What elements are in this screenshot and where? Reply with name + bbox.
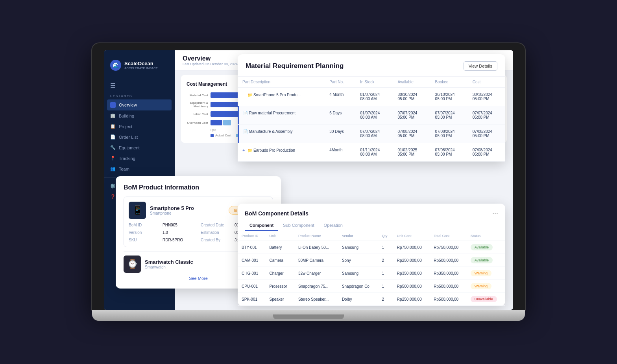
mrp-table-header-row: Part Description Part No. In Stock Avail… (238, 77, 505, 88)
mrp-instock-1: 01/07/202408:00 AM (355, 88, 393, 106)
mrp-desc-4: + 📁 Earbuds Pro Production (238, 143, 325, 162)
table-row: CHG-001 Charger 32w Charger Samsung 1 Rp… (238, 267, 505, 280)
overview-icon (110, 102, 116, 108)
status-badge-comp-1: Available (471, 257, 493, 263)
team-icon: 👥 (110, 166, 116, 171)
mrp-title: Material Requirement Planning (246, 62, 344, 70)
bom-comp-header: BoM Component Details ··· (238, 204, 505, 217)
comp-table-header-row: Product ID Unit Product Name Vendor Qty … (238, 231, 505, 241)
sidebar-item-project[interactable]: 📋 Project (104, 121, 175, 132)
sidebar-item-order-list[interactable]: 📄 Order List (104, 132, 175, 142)
comp-total-cost-1: Rp500,000,00 (430, 254, 466, 267)
view-details-button[interactable]: View Details (464, 61, 497, 71)
comp-vendor-2: Samsung (338, 267, 378, 280)
mrp-table: Part Description Part No. In Stock Avail… (238, 77, 505, 162)
blue-bar-2 (238, 106, 239, 124)
bar-label-equipment: Equipment & Machinery (187, 101, 208, 108)
doc-icon-3: 📄 (243, 129, 248, 134)
mrp-cost-4: 07/08/202405:00 PM (468, 143, 505, 162)
help-icon: ❓ (110, 194, 116, 199)
estimation-label: Estimation (201, 230, 232, 235)
comp-product-name-0: Li-On Batery 50... (294, 241, 338, 254)
comp-col-unit: Unit (266, 231, 294, 241)
cost-card-title: Cost Management (187, 81, 227, 87)
logo-sub: ACCELERATE IMPACT (124, 66, 158, 70)
product-thumb-smartwatch: ⌚ (124, 256, 141, 273)
overview-label: Overview (119, 103, 137, 107)
setting-icon: ⚙️ (110, 184, 116, 189)
mrp-partno-2: 6 Days (325, 106, 355, 125)
comp-col-qty: Qty (378, 231, 393, 241)
mrp-desc-3: 📄 Manufacture & Assembly (238, 125, 325, 143)
bom-component-panel: BoM Component Details ··· Component Sub … (238, 204, 505, 306)
comp-qty-4: 2 (378, 293, 393, 306)
bom-id-label: BoM ID (129, 223, 160, 227)
mrp-booked-3: 07/08/202405:00 PM (430, 125, 468, 143)
comp-vendor-4: Dolby (338, 293, 378, 306)
comp-unit-cost-3: Rp500,000,00 (393, 280, 430, 293)
comp-col-product-name: Product Name (294, 231, 338, 241)
table-row: 📄 Manufacture & Assembly 30 Days 07/07/2… (238, 125, 505, 143)
created-by-label: Created By (201, 238, 232, 242)
comp-status-4: Unavailable (467, 293, 505, 306)
table-row: + 📁 Earbuds Pro Production 4Month 01/11/… (238, 143, 505, 162)
mrp-cost-3: 07/08/202405:00 PM (468, 125, 505, 143)
comp-product-name-4: Stereo Speaker... (294, 293, 338, 306)
status-badge-comp-4: Unavailable (471, 296, 497, 302)
blue-bar-3 (238, 125, 239, 143)
mrp-booked-4: 07/08/202405:00 PM (430, 143, 468, 162)
tab-component[interactable]: Component (245, 221, 278, 231)
mrp-available-3: 07/08/202405:00 PM (393, 125, 430, 143)
sidebar-item-tracking[interactable]: 📍 Tracking (104, 153, 175, 164)
comp-unit-1: Camera (266, 254, 294, 267)
comp-status-0: Available (467, 241, 505, 254)
tab-sub-component[interactable]: Sub Component (278, 221, 319, 231)
mrp-col-cost: Cost (468, 77, 505, 88)
mrp-header: Material Requirement Planning View Detai… (238, 54, 505, 77)
comp-col-vendor: Vendor (338, 231, 378, 241)
created-date-label: Created Date (201, 223, 232, 227)
equipment-icon: 🔧 (110, 145, 116, 150)
more-options-icon[interactable]: ··· (492, 209, 498, 217)
product-name-smartwatch: Smartwatch Classic (145, 259, 193, 265)
mrp-partno-1: 4 Month (325, 88, 355, 106)
sidebar-item-team[interactable]: 👥 Team (104, 164, 175, 174)
comp-product-name-3: Snapdragon 75... (294, 280, 338, 293)
sidebar-item-equipment[interactable]: 🔧 Equipment (104, 142, 175, 153)
sku-row: SKU RDR-5PRO (129, 238, 196, 242)
comp-vendor-3: Snapdragon Co (338, 280, 378, 293)
bar-container-overhead (211, 120, 231, 125)
project-label: Project (119, 124, 132, 129)
expand-icon-4[interactable]: + (242, 148, 245, 153)
comp-unit-0: Battery (266, 241, 294, 254)
table-row: CAM-001 Camera 50MP Camera Sony 2 Rp250,… (238, 254, 505, 267)
comp-qty-1: 2 (378, 254, 393, 267)
tab-operation[interactable]: Operation (319, 221, 347, 231)
bar-actual-overhead (211, 120, 222, 125)
bar-label-overhead: Overhead Cost (187, 121, 208, 125)
comp-total-cost-0: Rp750,000,00 (430, 241, 466, 254)
tracking-label: Tracking (119, 156, 135, 161)
bom-comp-title: BoM Component Details (245, 210, 308, 217)
building-label: Building (119, 114, 134, 118)
comp-col-product-id: Product ID (238, 231, 266, 241)
folder-icon-1: 📁 (248, 93, 252, 97)
comp-unit-cost-1: Rp250,000,00 (393, 254, 430, 267)
comp-unit-cost-4: Rp250,000,00 (393, 293, 430, 306)
sidebar-item-overview[interactable]: Overview (107, 99, 172, 110)
bar-label-labor: Labor Cost (187, 112, 208, 116)
table-row: CPU-001 Prosessor Snapdragon 75... Snapd… (238, 280, 505, 293)
comp-unit-cost-2: Rp350,000,00 (393, 267, 430, 280)
mrp-booked-2: 07/07/202405:00 PM (430, 106, 468, 125)
expand-icon-1[interactable]: − (242, 92, 245, 97)
menu-icon[interactable]: ☰ (104, 79, 175, 92)
comp-status-2: Warning (467, 267, 505, 280)
version-row: Version 1.0 (129, 230, 196, 235)
sidebar-item-building[interactable]: 🏢 Building (104, 110, 175, 121)
mrp-panel: Material Requirement Planning View Detai… (238, 54, 505, 162)
folder-icon-4: 📁 (248, 148, 252, 153)
product-name-smartphone: Smartphone 5 Pro (150, 205, 194, 211)
mrp-cost-2: 07/07/202405:00 PM (468, 106, 505, 125)
mrp-desc-1: − 📁 SmartPhone 5 Pro Produ... (238, 88, 325, 106)
mrp-col-partno: Part No. (325, 77, 355, 88)
